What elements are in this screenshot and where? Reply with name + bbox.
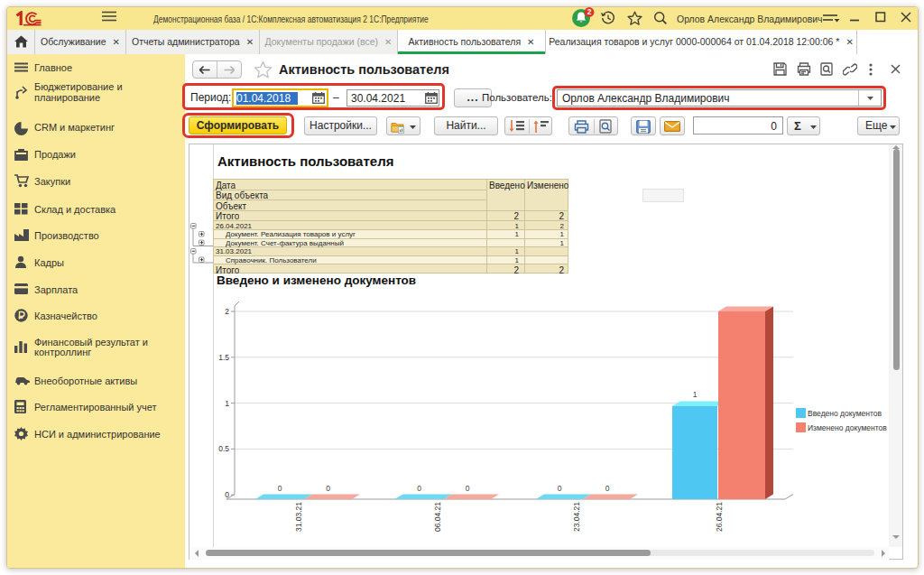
svg-text:0: 0 [417,484,421,493]
svg-text:Изменено документов: Изменено документов [808,423,887,432]
svg-text:1: 1 [225,399,229,408]
svg-text:23.04.21: 23.04.21 [572,502,581,532]
svg-text:31.03.21: 31.03.21 [294,502,303,532]
svg-text:1.5: 1.5 [218,353,229,362]
svg-text:06.04.21: 06.04.21 [433,502,442,532]
svg-text:0: 0 [605,484,610,493]
svg-text:0: 0 [326,484,330,493]
svg-text:2: 2 [587,7,592,16]
svg-text:0: 0 [466,484,470,493]
svg-text:0: 0 [558,484,562,493]
svg-text:0: 0 [225,490,229,499]
svg-text:Введено документов: Введено документов [808,409,882,418]
svg-text:0.5: 0.5 [218,444,229,453]
svg-text:2: 2 [225,307,229,316]
svg-text:1: 1 [693,390,698,399]
svg-text:26.04.21: 26.04.21 [715,502,724,532]
svg-text:0: 0 [278,484,282,493]
